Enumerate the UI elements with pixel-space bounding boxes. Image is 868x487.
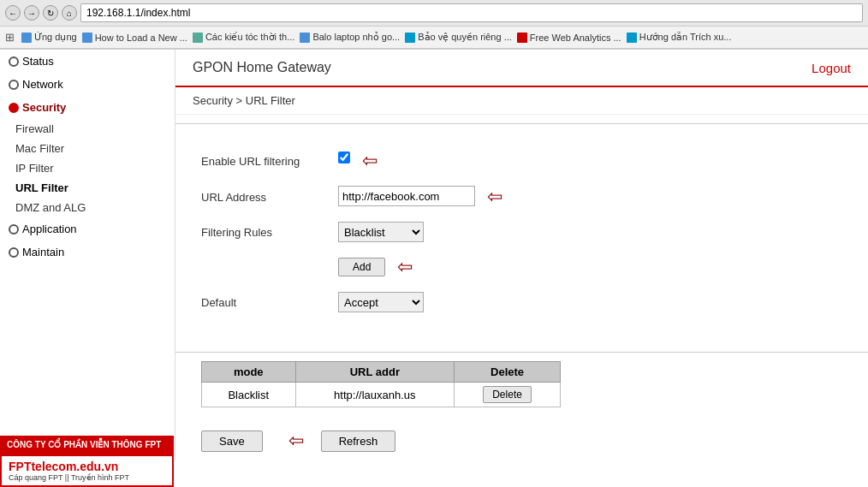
bookmark-2[interactable]: Các kiểu tóc thời th... xyxy=(193,32,294,43)
sidebar-label-application: Application xyxy=(22,223,77,235)
sidebar-label-status: Status xyxy=(22,55,54,68)
bookmark-label: How to Load a New ... xyxy=(95,33,187,43)
fpt-logo-area: FPTtelecom.edu.vn Cáp quang FPT || Truyề… xyxy=(0,454,174,487)
bookmark-5[interactable]: Free Web Analytics ... xyxy=(517,33,621,43)
sidebar-item-ipfilter[interactable]: IP Filter xyxy=(0,158,175,178)
bookmark-label: Ứng dụng xyxy=(34,32,77,43)
refresh-button[interactable]: Refresh xyxy=(321,431,396,452)
home-button[interactable]: ⌂ xyxy=(62,5,77,21)
cell-delete: Delete xyxy=(455,383,561,407)
macfilter-label: Mac Filter xyxy=(15,142,64,155)
fpt-company-banner: CÔNG TY CỔ PHẦN VIỄN THÔNG FPT xyxy=(0,436,174,454)
bookmark-label: Bảo vệ quyền riêng ... xyxy=(418,32,512,43)
filtering-rules-label: Filtering Rules xyxy=(201,226,338,239)
form-area: Enable URL filtering ⇦ URL Address ⇦ Fil… xyxy=(175,133,868,343)
enable-filtering-control: ⇦ xyxy=(338,150,378,172)
table-row: Blacklist http://lauxanh.us Delete xyxy=(202,383,561,407)
cell-mode: Blacklist xyxy=(202,383,296,407)
fpt-company-name: CÔNG TY CỔ PHẦN VIỄN THÔNG FPT xyxy=(7,440,161,449)
firewall-label: Firewall xyxy=(15,122,54,135)
cell-url: http://lauxanh.us xyxy=(295,383,455,407)
save-button[interactable]: Save xyxy=(201,431,263,452)
add-button-control: Add ⇦ xyxy=(338,256,413,278)
sidebar-item-network[interactable]: Network xyxy=(0,73,175,96)
col-header-url: URL addr xyxy=(295,362,455,383)
status-dot-icon xyxy=(9,56,19,67)
forward-button[interactable]: → xyxy=(24,5,39,21)
sidebar: Status Network Security Firewall Mac Fil… xyxy=(0,50,175,460)
sidebar-label-network: Network xyxy=(22,78,63,91)
browser-nav: ← → ↻ ⌂ xyxy=(0,0,868,27)
bookmark-favicon xyxy=(405,33,415,43)
page-header-title: GPON Home Gateway xyxy=(193,60,331,75)
col-header-mode: mode xyxy=(202,362,296,383)
urlfilter-label: URL Filter xyxy=(15,181,68,194)
default-select[interactable]: Accept Drop xyxy=(338,292,424,312)
sidebar-item-security[interactable]: Security xyxy=(0,96,175,119)
section-divider xyxy=(175,123,868,124)
arrow-add-icon: ⇦ xyxy=(397,256,413,278)
url-address-input[interactable] xyxy=(338,186,475,206)
table-section-divider xyxy=(175,352,868,353)
bookmark-favicon xyxy=(21,33,32,43)
sidebar-item-macfilter[interactable]: Mac Filter xyxy=(0,139,175,158)
table-header-row: mode URL addr Delete xyxy=(202,362,561,383)
fpt-logo-text: FPTtelecom.edu.vn xyxy=(9,460,165,473)
breadcrumb-text: Security > URL Filter xyxy=(193,94,295,107)
add-button[interactable]: Add xyxy=(338,258,385,276)
breadcrumb: Security > URL Filter xyxy=(175,87,868,115)
default-label: Default xyxy=(201,296,338,309)
arrow-enable-icon: ⇦ xyxy=(362,150,378,172)
sidebar-label-maintain: Maintain xyxy=(22,246,64,258)
url-address-label: URL Address xyxy=(201,191,338,204)
bookmark-6[interactable]: Hướng dẫn Trích xu... xyxy=(627,32,732,43)
logout-button[interactable]: Logout xyxy=(812,61,851,75)
bookmark-favicon xyxy=(517,33,527,43)
bookmark-favicon xyxy=(300,33,310,43)
bookmark-label: Hướng dẫn Trích xu... xyxy=(639,32,732,43)
bookmarks-bar: ⊞ Ứng dụng How to Load a New ... Các kiể… xyxy=(0,27,868,49)
sidebar-item-dmzalg[interactable]: DMZ and ALG xyxy=(0,198,175,217)
page-header: GPON Home Gateway Logout xyxy=(175,50,868,87)
footer-buttons: Save ⇦ Refresh xyxy=(175,416,868,460)
bookmark-favicon xyxy=(82,33,92,43)
sidebar-item-application[interactable]: Application xyxy=(0,217,175,241)
enable-filtering-row: Enable URL filtering ⇦ xyxy=(201,150,842,172)
bookmark-favicon xyxy=(193,33,203,43)
default-row: Default Accept Drop xyxy=(201,292,842,312)
dmzalg-label: DMZ and ALG xyxy=(15,201,86,214)
fpt-sub-text: Cáp quang FPT || Truyền hình FPT xyxy=(9,473,165,482)
arrow-save-icon: ⇦ xyxy=(288,430,304,452)
filtering-rules-control: Blacklist Whitelist xyxy=(338,222,424,242)
main-content: GPON Home Gateway Logout Security > URL … xyxy=(175,50,868,460)
reload-button[interactable]: ↻ xyxy=(43,5,58,21)
bookmark-label: Các kiểu tóc thời th... xyxy=(205,32,294,43)
application-dot-icon xyxy=(9,224,19,235)
delete-button[interactable]: Delete xyxy=(483,386,532,403)
security-dot-icon xyxy=(9,103,19,113)
apps-grid-icon: ⊞ xyxy=(5,31,15,44)
address-bar[interactable] xyxy=(80,3,863,22)
sidebar-item-status[interactable]: Status xyxy=(0,50,175,73)
enable-filtering-label: Enable URL filtering xyxy=(201,155,338,168)
filtering-rules-select[interactable]: Blacklist Whitelist xyxy=(338,222,424,242)
back-button[interactable]: ← xyxy=(5,5,21,21)
arrow-url-icon: ⇦ xyxy=(487,186,502,208)
col-header-delete: Delete xyxy=(455,362,561,383)
bookmark-label: Free Web Analytics ... xyxy=(530,33,621,43)
sidebar-item-urlfilter[interactable]: URL Filter xyxy=(0,178,175,198)
default-control: Accept Drop xyxy=(338,292,424,312)
bookmark-1[interactable]: How to Load a New ... xyxy=(82,33,187,43)
sidebar-label-security: Security xyxy=(22,101,66,114)
add-button-row: Add ⇦ xyxy=(201,256,842,278)
sidebar-item-maintain[interactable]: Maintain xyxy=(0,241,175,264)
filter-table: mode URL addr Delete Blacklist http://la… xyxy=(201,361,561,407)
network-dot-icon xyxy=(9,80,19,90)
sidebar-item-firewall[interactable]: Firewall xyxy=(0,119,175,139)
enable-filtering-checkbox[interactable] xyxy=(338,151,350,163)
bookmark-apps[interactable]: Ứng dụng xyxy=(21,32,77,43)
bookmark-3[interactable]: Balo laptop nhỏ go... xyxy=(300,32,400,43)
maintain-dot-icon xyxy=(9,247,19,258)
bookmark-favicon xyxy=(627,33,637,43)
bookmark-4[interactable]: Bảo vệ quyền riêng ... xyxy=(405,32,512,43)
